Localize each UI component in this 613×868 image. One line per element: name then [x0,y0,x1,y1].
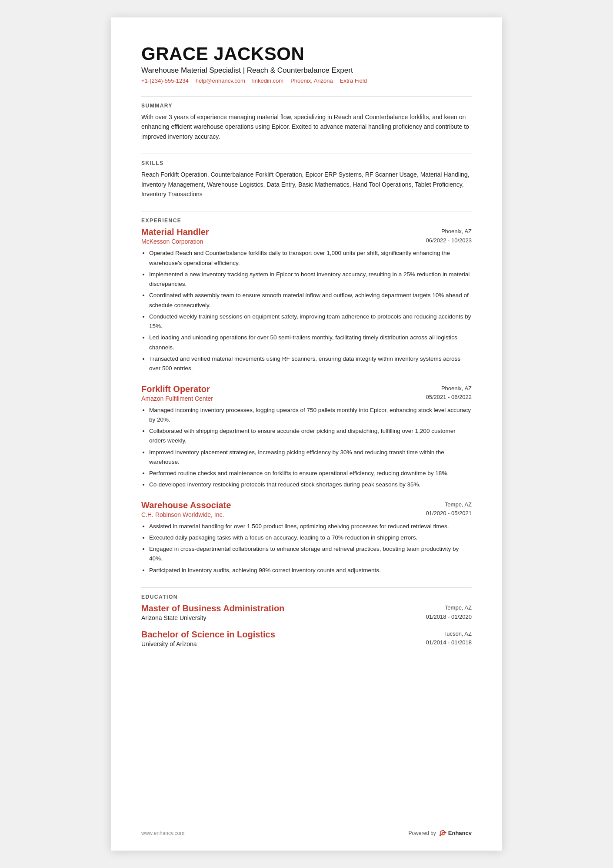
experience-section: EXPERIENCE Material Handler McKesson Cor… [141,211,472,575]
candidate-title: Warehouse Material Specialist | Reach & … [141,66,472,75]
job-title-2: Warehouse Associate [141,500,231,510]
job-left-0: Material Handler McKesson Corporation [141,227,209,248]
edu-entry-0: Master of Business Administration Arizon… [141,603,472,622]
job-right-0: Phoenix, AZ 06/2022 - 10/2023 [426,227,472,245]
job-entry-2: Warehouse Associate C.H. Robinson Worldw… [141,500,472,575]
edu-school-1: University of Arizona [141,640,275,647]
powered-by-text: Powered by [408,830,436,836]
bullet-1-1: Collaborated with shipping department to… [149,426,472,446]
header: GRACE JACKSON Warehouse Material Special… [141,44,472,84]
bullet-2-3: Participated in inventory audits, achiev… [149,566,472,575]
bullet-2-0: Assisted in material handling for over 1… [149,522,472,531]
bullet-0-0: Operated Reach and Counterbalance forkli… [149,248,472,268]
bullet-2-1: Executed daily packaging tasks with a fo… [149,533,472,543]
skills-divider [141,154,472,154]
job-company-1: Amazon Fulfillment Center [141,395,213,402]
enhancv-icon: ⌮ [439,828,446,838]
job-header-0: Material Handler McKesson Corporation Ph… [141,227,472,248]
job-title-0: Material Handler [141,227,209,237]
education-section: EDUCATION Master of Business Administrat… [141,587,472,647]
edu-right-0: Tempe, AZ 01/2018 - 01/2020 [426,603,472,622]
edu-left-1: Bachelor of Science in Logistics Univers… [141,630,275,647]
edu-dates-0: 01/2018 - 01/2020 [426,613,472,622]
job-bullets-1: Managed incoming inventory processes, lo… [141,406,472,490]
page-footer: www.enhancv.com Powered by ⌮ Enhancv [141,828,472,838]
edu-header-1: Bachelor of Science in Logistics Univers… [141,630,472,648]
job-location-2: Tempe, AZ [426,500,472,509]
bullet-1-3: Performed routine checks and maintenance… [149,469,472,478]
brand-name: Enhancv [448,830,472,836]
job-dates-2: 01/2020 - 05/2021 [426,509,472,518]
edu-degree-1: Bachelor of Science in Logistics [141,630,275,640]
bullet-1-4: Co-developed inventory restocking protoc… [149,480,472,489]
edu-header-0: Master of Business Administration Arizon… [141,603,472,622]
job-right-2: Tempe, AZ 01/2020 - 05/2021 [426,500,472,519]
experience-label: EXPERIENCE [141,218,472,224]
summary-divider [141,96,472,97]
bullet-0-5: Transacted and verified material movemen… [149,354,472,374]
edu-school-0: Arizona State University [141,614,284,621]
job-entry-1: Forklift Operator Amazon Fulfillment Cen… [141,384,472,490]
edu-location-1: Tucson, AZ [426,630,472,639]
contact-linkedin: linkedin.com [252,77,283,84]
edu-entry-1: Bachelor of Science in Logistics Univers… [141,630,472,648]
candidate-name: GRACE JACKSON [141,44,472,64]
job-right-1: Phoenix, AZ 05/2021 - 06/2022 [426,384,472,402]
bullet-0-4: Led loading and unloading operations for… [149,333,472,352]
job-left-1: Forklift Operator Amazon Fulfillment Cen… [141,384,213,406]
job-location-1: Phoenix, AZ [426,384,472,393]
edu-degree-0: Master of Business Administration [141,603,284,613]
contact-line: +1-(234)-555-1234 help@enhancv.com linke… [141,77,472,84]
job-left-2: Warehouse Associate C.H. Robinson Worldw… [141,500,231,522]
contact-phone: +1-(234)-555-1234 [141,77,189,84]
job-company-0: McKesson Corporation [141,238,209,245]
contact-extra: Extra Field [340,77,367,84]
edu-left-0: Master of Business Administration Arizon… [141,603,284,621]
job-entry-0: Material Handler McKesson Corporation Ph… [141,227,472,373]
job-dates-0: 06/2022 - 10/2023 [426,236,472,245]
footer-website: www.enhancv.com [141,830,184,836]
skills-label: SKILLS [141,160,472,166]
experience-divider [141,211,472,211]
education-label: EDUCATION [141,594,472,600]
bullet-0-3: Conducted weekly training sessions on eq… [149,312,472,332]
job-header-2: Warehouse Associate C.H. Robinson Worldw… [141,500,472,522]
footer-logo-area: Powered by ⌮ Enhancv [408,828,472,838]
bullet-2-2: Engaged in cross-departmental collaborat… [149,544,472,564]
contact-location: Phoenix, Arizona [290,77,333,84]
job-bullets-0: Operated Reach and Counterbalance forkli… [141,248,472,373]
bullet-0-1: Implemented a new inventory tracking sys… [149,270,472,289]
skills-text: Reach Forklift Operation, Counterbalance… [141,170,472,199]
bullet-0-2: Coordinated with assembly team to ensure… [149,291,472,310]
bullet-1-2: Improved inventory placement strategies,… [149,448,472,467]
job-bullets-2: Assisted in material handling for over 1… [141,522,472,575]
resume-page: GRACE JACKSON Warehouse Material Special… [111,17,502,851]
job-title-1: Forklift Operator [141,384,213,394]
summary-section: SUMMARY With over 3 years of experience … [141,96,472,141]
skills-section: SKILLS Reach Forklift Operation, Counter… [141,154,472,199]
summary-text: With over 3 years of experience managing… [141,112,472,141]
contact-email: help@enhancv.com [196,77,245,84]
edu-location-0: Tempe, AZ [426,603,472,613]
job-company-2: C.H. Robinson Worldwide, Inc. [141,511,231,518]
summary-label: SUMMARY [141,103,472,109]
job-location-0: Phoenix, AZ [426,227,472,236]
job-dates-1: 05/2021 - 06/2022 [426,393,472,402]
enhancv-brand: ⌮ Enhancv [439,828,472,838]
education-divider [141,587,472,588]
job-header-1: Forklift Operator Amazon Fulfillment Cen… [141,384,472,406]
bullet-1-0: Managed incoming inventory processes, lo… [149,406,472,425]
edu-dates-1: 01/2014 - 01/2018 [426,638,472,647]
edu-right-1: Tucson, AZ 01/2014 - 01/2018 [426,630,472,648]
